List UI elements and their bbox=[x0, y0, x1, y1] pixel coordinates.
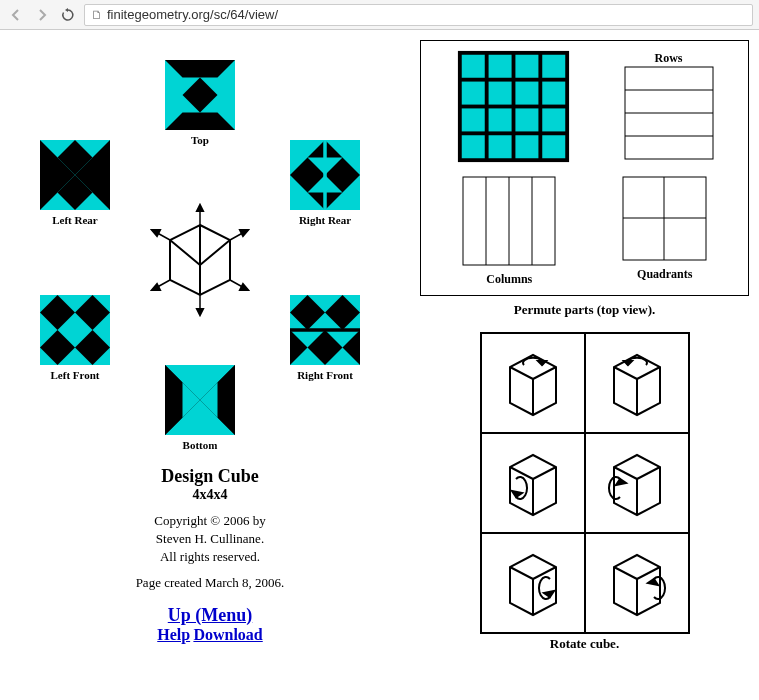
face-bottom-label: Bottom bbox=[165, 439, 235, 451]
url-text: finitegeometry.org/sc/64/view/ bbox=[107, 7, 278, 22]
permute-columns-label: Columns bbox=[462, 272, 557, 287]
help-link[interactable]: Help bbox=[157, 626, 190, 643]
cube-faces-layout: Top Left Rear Right Rear bbox=[10, 40, 390, 460]
svg-rect-16 bbox=[542, 82, 565, 105]
rotate-left-cw[interactable] bbox=[585, 433, 689, 533]
forward-button[interactable] bbox=[32, 5, 52, 25]
copyright-line-2: Steven H. Cullinane. bbox=[10, 531, 410, 547]
pattern-left-rear bbox=[40, 140, 110, 210]
permute-columns[interactable]: Columns bbox=[462, 176, 557, 287]
browser-toolbar: 🗋 finitegeometry.org/sc/64/view/ bbox=[0, 0, 759, 30]
pattern-left-front bbox=[40, 295, 110, 365]
svg-rect-12 bbox=[542, 55, 565, 78]
rotate-panel bbox=[480, 332, 690, 634]
pattern-right-front bbox=[290, 295, 360, 365]
copyright-line-3: All rights reserved. bbox=[10, 549, 410, 565]
face-right-rear[interactable]: Right Rear bbox=[290, 140, 360, 226]
svg-rect-14 bbox=[488, 82, 511, 105]
svg-rect-11 bbox=[515, 55, 538, 78]
svg-rect-9 bbox=[461, 55, 484, 78]
rotate-right-ccw[interactable] bbox=[481, 533, 585, 633]
svg-rect-17 bbox=[461, 108, 484, 131]
face-right-front-label: Right Front bbox=[290, 369, 360, 381]
download-link[interactable]: Download bbox=[193, 626, 262, 643]
face-left-front-label: Left Front bbox=[40, 369, 110, 381]
page-title: Design Cube bbox=[10, 466, 410, 487]
rotate-top-ccw[interactable] bbox=[481, 333, 585, 433]
permute-panel: Rows Colum bbox=[420, 40, 749, 296]
pattern-bottom bbox=[165, 365, 235, 435]
url-bar[interactable]: 🗋 finitegeometry.org/sc/64/view/ bbox=[84, 4, 753, 26]
rotate-left-ccw[interactable] bbox=[481, 433, 585, 533]
permute-rows[interactable]: Rows bbox=[624, 49, 714, 165]
permute-grid-main[interactable] bbox=[456, 49, 571, 168]
rotate-caption: Rotate cube. bbox=[420, 636, 749, 652]
face-top-label: Top bbox=[165, 134, 235, 146]
face-top[interactable]: Top bbox=[165, 60, 235, 146]
page-subtitle: 4x4x4 bbox=[10, 487, 410, 503]
pattern-top bbox=[165, 60, 235, 130]
svg-rect-18 bbox=[488, 108, 511, 131]
info-block: Design Cube 4x4x4 Copyright © 2006 by St… bbox=[10, 466, 410, 644]
face-right-rear-label: Right Rear bbox=[290, 214, 360, 226]
rotate-top-cw[interactable] bbox=[585, 333, 689, 433]
up-menu-link[interactable]: Up (Menu) bbox=[168, 605, 253, 625]
svg-rect-20 bbox=[542, 108, 565, 131]
svg-rect-15 bbox=[515, 82, 538, 105]
copyright-line-1: Copyright © 2006 by bbox=[10, 513, 410, 529]
permute-rows-label: Rows bbox=[624, 51, 714, 66]
page-icon: 🗋 bbox=[91, 8, 103, 22]
face-bottom[interactable]: Bottom bbox=[165, 365, 235, 451]
svg-rect-21 bbox=[461, 135, 484, 158]
face-left-rear[interactable]: Left Rear bbox=[40, 140, 110, 226]
face-left-rear-label: Left Rear bbox=[40, 214, 110, 226]
svg-rect-19 bbox=[515, 108, 538, 131]
rotate-right-cw[interactable] bbox=[585, 533, 689, 633]
face-right-front[interactable]: Right Front bbox=[290, 295, 360, 381]
pattern-right-rear bbox=[290, 140, 360, 210]
page-created: Page created March 8, 2006. bbox=[10, 575, 410, 591]
face-left-front[interactable]: Left Front bbox=[40, 295, 110, 381]
cube-wireframe bbox=[150, 200, 250, 324]
back-button[interactable] bbox=[6, 5, 26, 25]
permute-caption: Permute parts (top view). bbox=[420, 302, 749, 318]
svg-rect-10 bbox=[488, 55, 511, 78]
svg-rect-13 bbox=[461, 82, 484, 105]
reload-button[interactable] bbox=[58, 5, 78, 25]
svg-rect-6 bbox=[290, 328, 360, 332]
permute-quadrants-label: Quadrants bbox=[622, 267, 707, 282]
permute-quadrants[interactable]: Quadrants bbox=[622, 176, 707, 282]
svg-rect-3 bbox=[323, 140, 327, 210]
svg-rect-22 bbox=[488, 135, 511, 158]
svg-rect-24 bbox=[542, 135, 565, 158]
svg-rect-23 bbox=[515, 135, 538, 158]
